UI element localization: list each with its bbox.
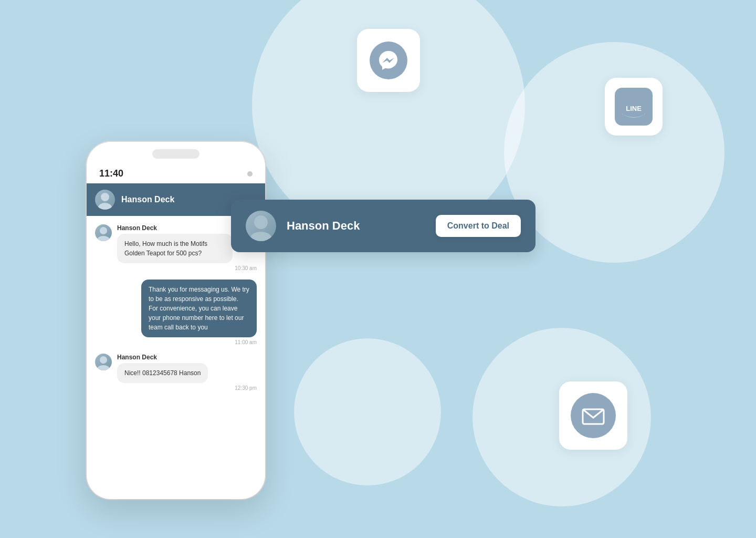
msg-bubble-3: Nice!! 0812345678 Hanson bbox=[117, 363, 208, 383]
crm-notification-bar: Hanson Deck Convert to Deal bbox=[231, 200, 536, 252]
crm-contact-name: Hanson Deck bbox=[287, 219, 425, 233]
svg-point-9 bbox=[97, 365, 110, 370]
crm-avatar bbox=[246, 211, 276, 241]
msg-avatar-3 bbox=[95, 354, 112, 370]
message-group-2: Thank you for messaging us. We try to be… bbox=[95, 280, 257, 345]
msg-time-3: 12:30 pm bbox=[117, 385, 257, 391]
phone-notch-row bbox=[87, 142, 265, 159]
svg-point-8 bbox=[100, 356, 107, 364]
phone-camera-dot bbox=[247, 171, 253, 177]
avatar-image-3 bbox=[95, 354, 112, 370]
message-group-3: Hanson Deck Nice!! 0812345678 Hanson 12:… bbox=[95, 354, 257, 391]
background-blob-2 bbox=[504, 42, 724, 263]
msg-time-1: 10:30 am bbox=[117, 265, 257, 271]
avatar-image-header bbox=[95, 190, 115, 210]
svg-point-6 bbox=[100, 227, 107, 234]
svg-point-4 bbox=[101, 193, 109, 201]
msg-bubble-1: Hello, How much is the Motifs Golden Tea… bbox=[117, 234, 233, 263]
svg-point-5 bbox=[98, 203, 112, 210]
msg-time-2: 11:00 am bbox=[235, 339, 257, 345]
background-blob-4 bbox=[294, 338, 441, 485]
msg-avatar-1 bbox=[95, 224, 112, 241]
chat-header-avatar bbox=[95, 190, 115, 210]
chat-header-name: Hanson Deck bbox=[121, 195, 174, 204]
gmail-app-icon[interactable] bbox=[559, 381, 627, 450]
msg-sender-3: Hanson Deck bbox=[117, 354, 257, 361]
phone-time: 11:40 bbox=[99, 168, 123, 179]
messenger-app-icon[interactable] bbox=[357, 29, 420, 92]
msg-bubble-2: Thank you for messaging us. We try to be… bbox=[141, 280, 257, 337]
messenger-icon-bg bbox=[370, 42, 407, 79]
svg-point-11 bbox=[250, 232, 271, 241]
phone-mockup: 11:40 Hanson Deck bbox=[87, 142, 265, 499]
gmail-icon-bg bbox=[571, 393, 616, 438]
phone-notch bbox=[152, 149, 200, 159]
line-app-icon[interactable]: LINE bbox=[605, 78, 663, 136]
convert-to-deal-button[interactable]: Convert to Deal bbox=[436, 215, 521, 237]
crm-avatar-image bbox=[246, 211, 276, 241]
svg-text:LINE: LINE bbox=[626, 105, 642, 112]
msg-content-3: Hanson Deck Nice!! 0812345678 Hanson 12:… bbox=[117, 354, 257, 391]
avatar-image-1 bbox=[95, 224, 112, 241]
svg-point-10 bbox=[254, 215, 268, 229]
phone-status-bar: 11:40 bbox=[87, 159, 265, 183]
line-icon-bg: LINE bbox=[615, 88, 653, 126]
svg-point-7 bbox=[97, 236, 110, 241]
